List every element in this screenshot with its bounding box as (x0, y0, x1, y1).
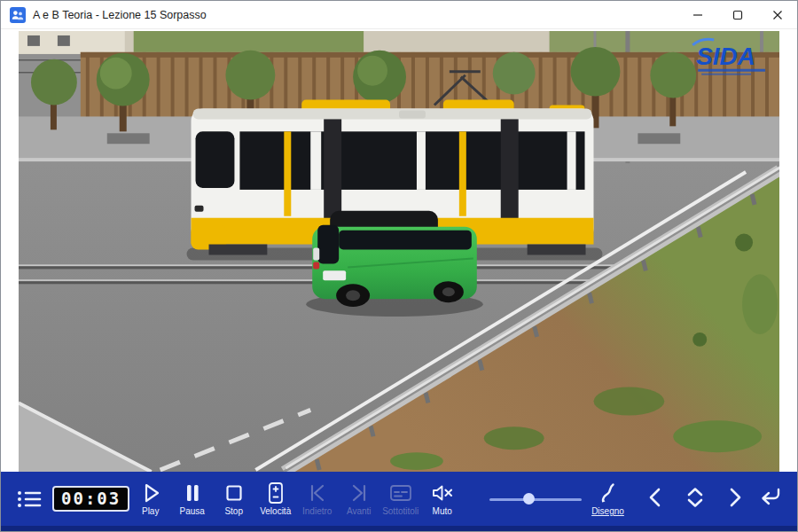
player-toolbar: 00:03 Play Pausa Stop (1, 472, 797, 526)
chevron-right-icon (724, 498, 746, 512)
volume-slider[interactable] (489, 490, 582, 508)
skip-forward-button: Avanti (338, 481, 379, 516)
speed-icon (264, 481, 287, 505)
skip-back-button: Indietro (296, 481, 338, 516)
chapters-button[interactable] (13, 488, 45, 511)
nav-left-button[interactable] (645, 486, 666, 512)
pause-button[interactable]: Pausa (171, 481, 213, 516)
skip-forward-icon (348, 481, 371, 505)
timer-display: 00:03 (52, 486, 129, 512)
maximize-button[interactable] (717, 1, 757, 28)
draw-button[interactable]: Disegno (587, 481, 629, 516)
app-window: A e B Teoria - Lezione 15 Sorpasso (0, 0, 798, 532)
mute-button[interactable]: Muto (421, 481, 463, 516)
logo-subtext (698, 69, 765, 72)
logo-text: SIDA (696, 43, 755, 70)
nav-group (645, 486, 746, 512)
maximize-icon (732, 10, 743, 20)
close-button[interactable] (757, 1, 797, 28)
video-stage: SIDA (1, 29, 797, 472)
window-bottom-strip (1, 526, 797, 531)
window-title: A e B Teoria - Lezione 15 Sorpasso (33, 9, 207, 21)
minimize-icon (692, 10, 703, 20)
subtitles-icon (389, 481, 412, 505)
exit-button[interactable] (756, 486, 783, 512)
slider-thumb[interactable] (523, 493, 535, 505)
mute-icon (431, 481, 454, 505)
chevrons-updown-icon (684, 498, 707, 512)
nav-updown-button[interactable] (684, 486, 707, 512)
skip-back-icon (306, 481, 329, 505)
sida-logo: SIDA (692, 39, 765, 75)
app-icon (10, 7, 26, 23)
pen-icon (597, 481, 620, 505)
stop-icon (223, 481, 246, 505)
title-bar: A e B Teoria - Lezione 15 Sorpasso (1, 1, 797, 29)
play-icon (139, 481, 162, 505)
chevron-left-icon (645, 498, 666, 512)
video-canvas: SIDA (19, 31, 779, 472)
slider-track (489, 498, 582, 501)
background-buildings (19, 31, 779, 54)
window-controls (677, 1, 797, 28)
minimize-button[interactable] (677, 1, 717, 28)
lesson-scene: SIDA (19, 31, 779, 472)
close-icon (772, 10, 783, 20)
stop-button[interactable]: Stop (213, 481, 254, 516)
subtitles-button: Sottotitoli (379, 481, 421, 516)
chapters-icon (16, 488, 43, 511)
play-button[interactable]: Play (129, 481, 171, 516)
speed-button[interactable]: Velocità (254, 481, 296, 516)
pause-icon (181, 481, 204, 505)
nav-right-button[interactable] (724, 486, 746, 512)
return-icon (756, 498, 783, 512)
suv (306, 211, 483, 317)
